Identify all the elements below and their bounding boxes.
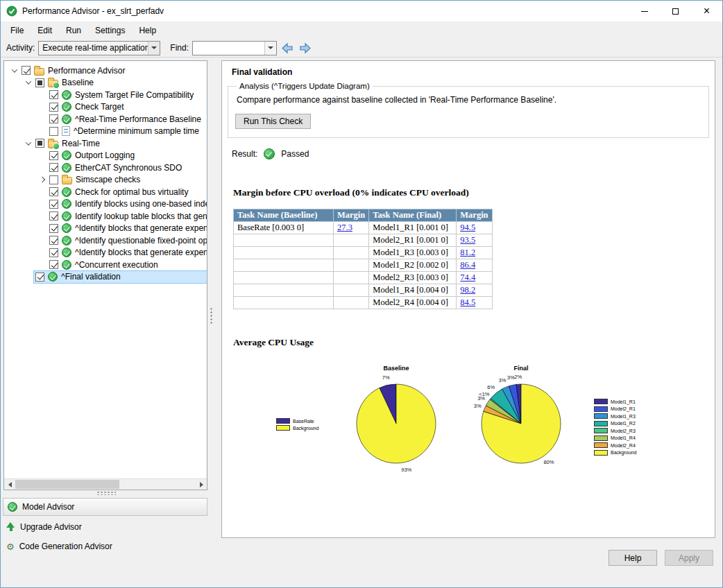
apply-button[interactable]: Apply	[665, 550, 713, 566]
expander-down-icon[interactable]	[22, 80, 34, 85]
tree-item[interactable]: ^Determine minimum sample time	[4, 126, 207, 138]
vertical-splitter-handle[interactable]	[210, 307, 213, 324]
menu-run[interactable]: Run	[59, 23, 88, 38]
check-passed-icon	[62, 163, 71, 173]
checkbox-checked[interactable]	[49, 248, 58, 257]
task-cell	[234, 247, 334, 259]
scroll-left-button[interactable]	[4, 479, 15, 490]
margin-cell: 86.4	[457, 259, 492, 272]
tree-item[interactable]: Outport Logging	[4, 150, 207, 162]
find-input[interactable]	[192, 41, 277, 55]
tree-item-label: Outport Logging	[75, 150, 135, 160]
checkbox-checked[interactable]	[35, 273, 44, 282]
checkbox-checked[interactable]	[49, 200, 58, 209]
find-previous-icon[interactable]	[281, 42, 294, 54]
scroll-right-button[interactable]	[196, 479, 207, 490]
checkbox-checked[interactable]	[49, 211, 58, 220]
tree-item[interactable]: ^Identify questionable fixed-point opera	[4, 234, 207, 247]
checkbox-checked[interactable]	[22, 66, 31, 75]
margin-link[interactable]: 94.5	[460, 223, 475, 232]
margin-cell	[334, 259, 369, 272]
margin-cell: 98.2	[457, 284, 492, 297]
tree-item[interactable]: Simscape checks	[4, 174, 207, 187]
tree-item[interactable]: Performance Advisor	[4, 64, 207, 77]
checkbox-checked[interactable]	[49, 260, 58, 269]
expander-right-icon[interactable]	[36, 178, 48, 182]
expander-down-icon[interactable]	[8, 69, 20, 73]
tree-item[interactable]: ^Identify blocks that generate expensiv	[4, 223, 207, 235]
margin-link[interactable]: 98.2	[460, 285, 475, 295]
tree-item[interactable]: ^Identify blocks that generate expensiv	[4, 247, 207, 259]
run-this-check-button[interactable]: Run This Check	[235, 114, 311, 129]
chevron-down-icon[interactable]	[264, 42, 276, 55]
folder-run-icon	[48, 80, 58, 87]
cpu-usage-heading: Average CPU Usage	[233, 337, 704, 348]
tree-item[interactable]: Identify blocks using one-based indexin	[4, 198, 207, 211]
menu-edit[interactable]: Edit	[31, 23, 59, 38]
pie-slice-label: 3%	[474, 403, 482, 409]
tree-item[interactable]: System Target File Compatibility	[4, 89, 207, 101]
tree-item[interactable]: ^Real-Time Performance Baseline	[4, 113, 207, 126]
minimize-button[interactable]	[629, 1, 660, 21]
legend-label: Model2_R3	[611, 429, 636, 433]
tree-item[interactable]: Check for optimal bus virtuality	[4, 186, 207, 198]
baseline-legend: BaseRateBackground	[276, 418, 334, 431]
checkbox-partial[interactable]	[35, 78, 44, 87]
menu-help[interactable]: Help	[132, 23, 163, 38]
help-button[interactable]: Help	[609, 550, 657, 566]
checkbox-partial[interactable]	[35, 139, 44, 148]
margin-link[interactable]: 84.5	[460, 297, 475, 307]
result-row: Result: Passed	[232, 148, 705, 159]
checkbox-checked[interactable]	[49, 224, 58, 233]
margin-link[interactable]: 86.4	[460, 260, 475, 270]
find-next-icon[interactable]	[298, 42, 312, 54]
checkbox-checked[interactable]	[49, 90, 58, 99]
activity-label: Activity:	[6, 43, 35, 53]
menu-settings[interactable]: Settings	[88, 23, 132, 38]
checkbox-unchecked[interactable]	[49, 175, 58, 184]
folder-icon	[34, 68, 44, 76]
expander-down-icon[interactable]	[22, 141, 34, 146]
tree-item[interactable]: Check Target	[4, 101, 207, 114]
margin-link[interactable]: 81.2	[460, 248, 475, 257]
legend-item: BaseRate	[276, 418, 334, 424]
checkbox-checked[interactable]	[49, 236, 58, 245]
menu-file[interactable]: File	[3, 23, 31, 38]
legend-item: Model2_R1	[594, 406, 636, 412]
tree-item[interactable]: EtherCAT Synchronous SDO	[4, 162, 207, 174]
upgrade-advisor-button[interactable]: Upgrade Advisor	[6, 521, 82, 533]
margin-link[interactable]: 27.3	[337, 223, 352, 232]
checkbox-checked[interactable]	[49, 103, 58, 112]
table-row: Model1_R4 [0.004 0]98.2	[234, 284, 493, 297]
margin-cell	[334, 247, 369, 259]
activity-dropdown[interactable]: Execute real-time application	[38, 41, 160, 55]
checkbox-checked[interactable]	[49, 151, 58, 160]
legend-label: Model1_R3	[611, 414, 636, 419]
task-cell: Model2_R3 [0.003 0]	[369, 272, 457, 284]
scrollbar-thumb[interactable]	[15, 480, 119, 489]
code-generation-advisor-button[interactable]: ⚙ Code Generation Advisor	[6, 540, 112, 553]
tree-item[interactable]: Real-Time	[4, 137, 207, 150]
toolbar: Activity: Execute real-time application …	[1, 39, 722, 58]
tree-item[interactable]: ^Concurrent execution	[4, 259, 207, 271]
checkbox-unchecked[interactable]	[49, 127, 58, 136]
tree-item[interactable]: Baseline	[4, 77, 207, 89]
maximize-button[interactable]	[660, 1, 691, 21]
tree-item[interactable]: Identify lookup table blocks that genera	[4, 210, 207, 223]
scrollbar-track	[15, 479, 196, 490]
close-button[interactable]: ×	[691, 1, 722, 21]
margin-link[interactable]: 93.5	[460, 235, 475, 245]
margin-link[interactable]: 74.4	[460, 273, 475, 282]
checkbox-checked[interactable]	[49, 114, 58, 123]
column-header: Margin	[334, 209, 369, 222]
model-advisor-button[interactable]: Model Advisor	[3, 498, 207, 516]
pie-slice-label: 7%	[382, 374, 390, 381]
tree-item[interactable]: ^Final validation	[4, 271, 207, 284]
margin-cell: 74.4	[457, 272, 492, 284]
checkbox-checked[interactable]	[49, 163, 58, 172]
table-row: BaseRate [0.003 0]27.3Model1_R1 [0.001 0…	[234, 222, 493, 234]
pie-slice-label: 2%	[514, 374, 522, 380]
panel-splitter-handle[interactable]	[96, 491, 116, 495]
pie-slice-label: 3%	[477, 395, 485, 401]
checkbox-checked[interactable]	[49, 187, 58, 196]
